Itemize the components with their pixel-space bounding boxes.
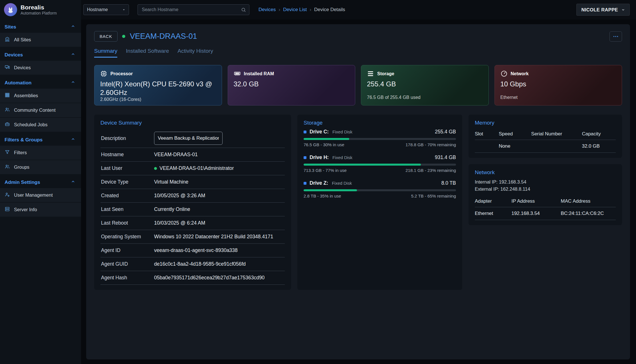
- sidebar-item-label: Scheduled Jobs: [14, 122, 47, 127]
- breadcrumb-devices[interactable]: Devices: [259, 7, 276, 13]
- table-row: None32.0 GB: [475, 140, 616, 153]
- sidebar-item-assemblies[interactable]: Assemblies: [0, 89, 81, 103]
- building-icon: [5, 36, 10, 42]
- processor-card-title: Processor: [110, 71, 133, 76]
- tab-activity-history[interactable]: Activity History: [177, 48, 213, 58]
- description-input[interactable]: [154, 132, 223, 145]
- sidebar-item-filters[interactable]: Filters: [0, 146, 81, 160]
- summary-row-operating-system: Operating SystemWindows 10 2022 Datacent…: [100, 230, 285, 244]
- tab-summary[interactable]: Summary: [94, 48, 117, 58]
- column-header-mac-address: MAC Address: [561, 196, 616, 207]
- summary-label: Last User: [101, 165, 154, 171]
- network-card-header: Network: [500, 70, 616, 77]
- tab-installed-software[interactable]: Installed Software: [126, 48, 169, 58]
- device-summary-table: Description HostnameVEEAM-DRAAS-01Last U…: [100, 129, 285, 285]
- brand[interactable]: Borealis Automation Platform: [0, 0, 81, 19]
- sidebar-item-groups[interactable]: Groups: [0, 160, 81, 174]
- topbar: Hostname Devices›Device List›Device Deta…: [81, 0, 636, 19]
- summary-value-text: Currently Online: [154, 206, 190, 212]
- sidebar-section-label: Filters & Groups: [5, 137, 43, 143]
- chevron-up-icon: [71, 24, 75, 29]
- rabbit-icon: [6, 5, 15, 14]
- drive-usage-bar: [304, 164, 456, 166]
- storage-value: 255.4 GB: [367, 80, 483, 88]
- sidebar-section-filters-groups[interactable]: Filters & Groups: [0, 132, 81, 146]
- hostname-filter-value: Hostname: [87, 7, 108, 12]
- user-name: NICOLE RAPPE: [581, 7, 618, 13]
- more-options-button[interactable]: [609, 31, 622, 42]
- table-row: Ethernet192.168.3.54BC:24:11:CA:C6:2C: [475, 207, 616, 220]
- tab-bar: SummaryInstalled SoftwareActivity Histor…: [94, 48, 622, 58]
- drive-block-drive-h: Drive H:Fixed Disk931.4 GB713.3 GB - 77%…: [304, 154, 456, 173]
- search-box[interactable]: [138, 4, 249, 15]
- table-cell: [475, 140, 499, 153]
- detail-panels: Device Summary Description HostnameVEEAM…: [94, 115, 622, 290]
- sidebar-item-devices[interactable]: Devices: [0, 61, 81, 75]
- sidebar-section-label: Automation: [5, 80, 31, 86]
- storage-panel: Storage Drive C:Fixed Disk255.4 GB76.5 G…: [297, 115, 462, 290]
- storage-panel-title: Storage: [304, 120, 456, 126]
- drive-usage-fill: [304, 164, 421, 166]
- sidebar-section-sites[interactable]: Sites: [0, 19, 81, 33]
- hostname-filter-select[interactable]: Hostname: [83, 4, 129, 15]
- ram-icon: [234, 70, 241, 77]
- sidebar-item-label: All Sites: [14, 37, 31, 42]
- server-icon: [5, 206, 10, 213]
- search-icon: [241, 7, 246, 13]
- table-cell: None: [499, 140, 531, 153]
- table-cell: Ethernet: [475, 207, 511, 220]
- storage-footer: 76.5 GB of 255.4 GB used: [367, 95, 483, 100]
- sidebar-section-admin-settings[interactable]: Admin Settings: [0, 175, 81, 188]
- section-collapse-toggle[interactable]: [71, 80, 75, 86]
- network-panel-title: Network: [475, 169, 616, 176]
- column-header-capacity: Capacity: [582, 129, 616, 140]
- summary-value: 10/03/2025 @ 6:24 AM: [154, 220, 205, 226]
- section-collapse-toggle[interactable]: [71, 137, 75, 143]
- summary-row-created: Created10/05/2025 @ 3:26 AM: [100, 189, 285, 203]
- sidebar-item-server-info[interactable]: Server Info: [0, 203, 81, 217]
- summary-label: Agent ID: [101, 247, 154, 253]
- filter-icon: [5, 149, 10, 156]
- processor-footer: 2.60GHz (16-Cores): [100, 97, 216, 102]
- groups-icon: [5, 164, 10, 169]
- memory-panel: Memory SlotSpeedSerial NumberCapacityNon…: [469, 115, 622, 158]
- sidebar-item-community-content[interactable]: Community Content: [0, 103, 81, 117]
- people-icon: [5, 107, 10, 113]
- back-button[interactable]: BACK: [94, 31, 118, 42]
- select-caret-icon: [122, 8, 126, 12]
- stat-cards: Processor Intel(R) Xeon(R) CPU E5-2690 v…: [94, 65, 622, 105]
- device-name: VEEAM-DRAAS-01: [130, 32, 197, 41]
- storage-card: Storage 255.4 GB 76.5 GB of 255.4 GB use…: [361, 65, 489, 105]
- drive-bullet-icon: [304, 131, 306, 133]
- column-header-serial-number: Serial Number: [531, 129, 582, 140]
- chevron-up-icon: [71, 80, 75, 84]
- table-head: AdapterIP AddressMAC Address: [475, 196, 616, 207]
- device-summary-panel: Device Summary Description HostnameVEEAM…: [94, 115, 291, 290]
- table-body: Ethernet192.168.3.54BC:24:11:CA:C6:2C: [475, 207, 616, 220]
- breadcrumb-separator: ›: [310, 7, 311, 13]
- sidebar-item-user-management[interactable]: User Management: [0, 188, 81, 202]
- ellipsis-icon: [613, 33, 619, 40]
- building-icon: [5, 36, 10, 43]
- cpu-icon: [100, 70, 107, 77]
- network-card-title: Network: [511, 71, 529, 76]
- drive-remaining-text: 218.1 GB - 23% remaining: [405, 168, 456, 173]
- drive-name: Drive Z:: [310, 180, 328, 186]
- drive-size: 931.4 GB: [435, 154, 456, 160]
- sidebar-item-label: Assemblies: [14, 93, 38, 98]
- search-input[interactable]: [141, 7, 241, 13]
- breadcrumb-device-list[interactable]: Device List: [283, 7, 307, 13]
- drive-usage-bar: [304, 138, 456, 140]
- sidebar-section-automation[interactable]: Automation: [0, 75, 81, 89]
- summary-value-text: 05ba0e7935171d626ecea29b27d7ae175363cd90: [154, 275, 265, 281]
- sidebar-item-scheduled-jobs[interactable]: Scheduled Jobs: [0, 118, 81, 132]
- section-collapse-toggle[interactable]: [71, 24, 75, 30]
- sidebar-item-all-sites[interactable]: All Sites: [0, 33, 81, 47]
- section-collapse-toggle[interactable]: [71, 52, 75, 58]
- section-collapse-toggle[interactable]: [71, 179, 75, 185]
- sidebar-section-devices[interactable]: Devices: [0, 47, 81, 61]
- summary-value: VEEAM-DRAAS-01\Administrator: [154, 165, 234, 171]
- sidebar-item-label: Filters: [14, 150, 27, 155]
- user-menu-button[interactable]: NICOLE RAPPE: [576, 4, 630, 16]
- summary-value-text: VEEAM-DRAAS-01\Administrator: [159, 165, 234, 171]
